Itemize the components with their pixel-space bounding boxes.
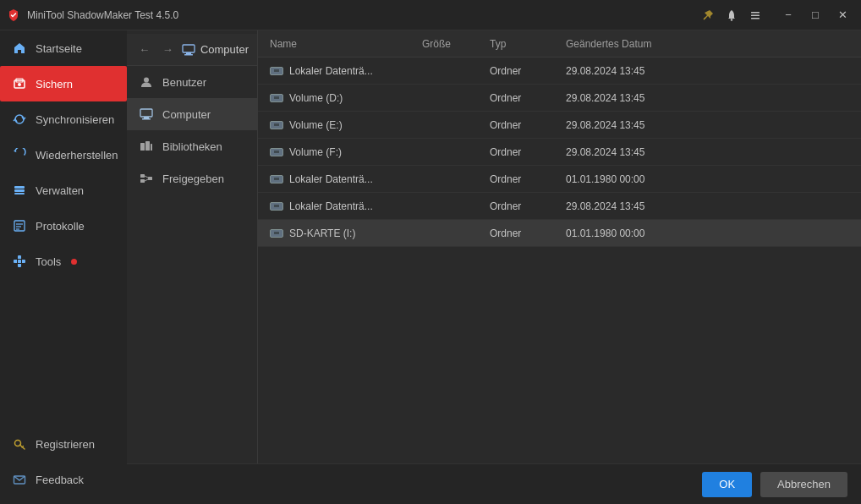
share-nav-icon <box>139 171 154 186</box>
svg-rect-27 <box>140 109 152 117</box>
file-date-cell: 29.08.2024 13:45 <box>566 146 849 158</box>
pin-icon[interactable] <box>697 4 719 26</box>
svg-rect-10 <box>14 193 25 194</box>
tools-notification-dot <box>71 259 77 265</box>
file-date-cell: 29.08.2024 13:45 <box>566 92 849 104</box>
sidebar-label-feedback: Feedback <box>36 474 84 486</box>
window-controls: − □ ✕ <box>776 3 854 27</box>
file-date-cell: 29.08.2024 13:45 <box>566 65 849 77</box>
nav-item-benutzer[interactable]: Benutzer <box>127 66 257 98</box>
sidebar-label-startseite: Startseite <box>36 42 82 55</box>
sidebar-item-sichern[interactable]: Sichern <box>0 66 127 101</box>
restore-icon <box>12 147 27 162</box>
breadcrumb-bar: ← → Computer <box>127 34 257 66</box>
svg-rect-8 <box>14 186 25 189</box>
titlebar: MiniTool ShadowMaker Test 4.5.0 − □ ✕ <box>0 0 861 30</box>
sync-icon <box>12 112 27 127</box>
svg-rect-20 <box>18 260 21 263</box>
sidebar-item-registrieren[interactable]: Registrieren <box>0 426 127 462</box>
main-layout: Startseite Sichern Synchron <box>0 30 861 504</box>
manage-icon <box>12 183 27 198</box>
svg-line-36 <box>145 176 148 178</box>
toolbar-icons <box>697 4 766 26</box>
table-row[interactable]: Lokaler Datenträ... Ordner 01.01.1980 00… <box>258 166 861 193</box>
restore-button[interactable]: □ <box>803 3 827 27</box>
back-button[interactable]: ← <box>135 41 153 59</box>
table-row[interactable]: Volume (D:) Ordner 29.08.2024 13:45 <box>258 85 861 112</box>
file-name-cell: Volume (F:) <box>270 146 422 158</box>
table-row[interactable]: Lokaler Datenträ... Ordner 29.08.2024 13… <box>258 193 861 220</box>
file-name-cell: Lokaler Datenträ... <box>270 65 422 77</box>
file-name-cell: SD-KARTE (I:) <box>270 227 422 239</box>
col-header-date: Geändertes Datum <box>566 38 849 50</box>
nav-label-bibliotheken: Bibliotheken <box>162 140 222 153</box>
table-row[interactable]: Lokaler Datenträ... Ordner 29.08.2024 13… <box>258 58 861 85</box>
file-date-cell: 01.01.1980 00:00 <box>566 173 849 185</box>
sidebar-item-protokolle[interactable]: Protokolle <box>0 208 127 244</box>
svg-rect-9 <box>14 189 25 192</box>
file-type-cell: Ordner <box>490 227 566 239</box>
library-nav-icon <box>139 139 154 154</box>
app-title: MiniTool ShadowMaker Test 4.5.0 <box>27 9 697 21</box>
file-browser: ← → Computer <box>127 30 861 463</box>
sidebar-item-tools[interactable]: Tools <box>0 244 127 279</box>
svg-point-26 <box>144 78 149 83</box>
svg-line-0 <box>704 18 705 19</box>
drive-icon <box>270 94 283 102</box>
svg-rect-24 <box>186 52 191 54</box>
close-button[interactable]: ✕ <box>831 3 854 27</box>
file-rows: Lokaler Datenträ... Ordner 29.08.2024 13… <box>258 58 861 463</box>
content-area: ← → Computer <box>127 30 861 504</box>
svg-rect-34 <box>140 179 145 183</box>
sidebar-label-verwalten: Verwalten <box>36 184 84 197</box>
sidebar-label-protokolle: Protokolle <box>36 220 85 233</box>
col-header-type: Typ <box>490 38 566 50</box>
nav-item-freigegeben[interactable]: Freigegeben <box>127 162 257 194</box>
cancel-button[interactable]: Abbrechen <box>760 472 847 497</box>
svg-rect-35 <box>148 177 152 180</box>
breadcrumb-location: Computer <box>200 43 249 56</box>
sidebar-item-verwalten[interactable]: Verwalten <box>0 173 127 208</box>
table-row[interactable]: Volume (F:) Ordner 29.08.2024 13:45 <box>258 139 861 166</box>
file-list-panel: Name Größe Typ Geändertes Datum Lokaler … <box>258 30 861 463</box>
notification-icon[interactable] <box>721 4 743 26</box>
svg-rect-23 <box>183 45 195 52</box>
table-row[interactable]: SD-KARTE (I:) Ordner 01.01.1980 00:00 <box>258 220 861 247</box>
minimize-button[interactable]: − <box>776 3 800 27</box>
nav-item-bibliotheken[interactable]: Bibliotheken <box>127 130 257 162</box>
svg-rect-4 <box>751 18 760 19</box>
svg-rect-29 <box>142 118 151 120</box>
drive-icon <box>270 202 283 211</box>
col-header-size: Größe <box>422 38 490 50</box>
svg-point-7 <box>18 83 21 86</box>
nav-item-computer[interactable]: Computer <box>127 98 257 130</box>
ok-button[interactable]: OK <box>702 472 752 497</box>
sidebar-item-wiederherstellen[interactable]: Wiederherstellen <box>0 137 127 173</box>
nav-panel: ← → Computer <box>127 30 258 463</box>
sidebar: Startseite Sichern Synchron <box>0 30 127 504</box>
file-list-header: Name Größe Typ Geändertes Datum <box>258 30 861 58</box>
sidebar-item-startseite[interactable]: Startseite <box>0 30 127 66</box>
user-nav-icon <box>139 74 154 90</box>
nav-label-benutzer: Benutzer <box>162 76 206 89</box>
drive-icon <box>270 121 283 129</box>
sidebar-item-feedback[interactable]: Feedback <box>0 462 127 497</box>
sidebar-label-synchronisieren: Synchronisieren <box>36 113 114 126</box>
mail-icon <box>12 472 27 487</box>
logs-icon <box>12 218 27 233</box>
svg-rect-28 <box>144 117 149 118</box>
file-type-cell: Ordner <box>490 200 566 212</box>
backup-icon <box>12 76 27 91</box>
menu-icon[interactable] <box>744 4 766 26</box>
drive-icon <box>270 148 283 156</box>
file-type-cell: Ordner <box>490 173 566 185</box>
sidebar-item-synchronisieren[interactable]: Synchronisieren <box>0 101 127 137</box>
file-name-cell: Volume (E:) <box>270 119 422 131</box>
col-header-name: Name <box>270 38 422 50</box>
computer-breadcrumb-icon <box>182 44 195 56</box>
drive-icon <box>270 229 283 238</box>
table-row[interactable]: Volume (E:) Ordner 29.08.2024 13:45 <box>258 112 861 139</box>
file-type-cell: Ordner <box>490 146 566 158</box>
sidebar-bottom: Registrieren Feedback <box>0 426 127 504</box>
forward-button[interactable]: → <box>158 41 176 59</box>
